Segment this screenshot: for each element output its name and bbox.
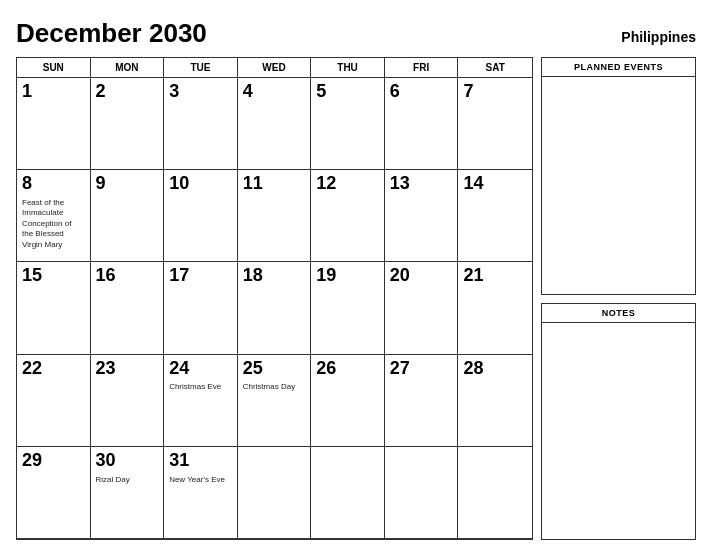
calendar: SUNMONTUEWEDTHUFRISAT 12345678Feast of t… (16, 57, 533, 540)
notes-title: NOTES (542, 304, 695, 323)
calendar-cell: 31New Year's Eve (164, 447, 238, 539)
calendar-cell: 5 (311, 78, 385, 170)
cell-number: 27 (390, 359, 410, 379)
cell-number: 20 (390, 266, 410, 286)
cell-number: 12 (316, 174, 336, 194)
calendar-cell: 1 (17, 78, 91, 170)
cell-number: 22 (22, 359, 42, 379)
calendar-cell: 22 (17, 355, 91, 447)
cell-event: Rizal Day (96, 475, 130, 485)
calendar-cell: 23 (91, 355, 165, 447)
calendar-cell: 3 (164, 78, 238, 170)
cell-number: 25 (243, 359, 263, 379)
cell-number: 1 (22, 82, 32, 102)
cell-number: 6 (390, 82, 400, 102)
day-header-mon: MON (91, 58, 165, 77)
calendar-cell: 28 (458, 355, 532, 447)
cell-number: 23 (96, 359, 116, 379)
cell-number: 13 (390, 174, 410, 194)
calendar-cell: 25Christmas Day (238, 355, 312, 447)
country-label: Philippines (621, 29, 696, 45)
calendar-cell: 27 (385, 355, 459, 447)
sidebar: PLANNED EVENTS NOTES (541, 57, 696, 540)
cell-number: 14 (463, 174, 483, 194)
notes-content (542, 323, 695, 540)
cell-number: 3 (169, 82, 179, 102)
calendar-cell: 10 (164, 170, 238, 262)
calendar-cell: 15 (17, 262, 91, 354)
calendar-cell: 29 (17, 447, 91, 539)
day-header-fri: FRI (385, 58, 459, 77)
calendar-cell: 17 (164, 262, 238, 354)
cell-number: 19 (316, 266, 336, 286)
planned-events-content (542, 77, 695, 294)
cell-number: 9 (96, 174, 106, 194)
cell-number: 8 (22, 174, 32, 194)
cell-number: 17 (169, 266, 189, 286)
cell-number: 24 (169, 359, 189, 379)
calendar-cell: 2 (91, 78, 165, 170)
cell-number: 21 (463, 266, 483, 286)
calendar-cell: 6 (385, 78, 459, 170)
cell-number: 5 (316, 82, 326, 102)
cell-number: 10 (169, 174, 189, 194)
cell-number: 29 (22, 451, 42, 471)
calendar-cell (311, 447, 385, 539)
calendar-cell: 7 (458, 78, 532, 170)
planned-events-title: PLANNED EVENTS (542, 58, 695, 77)
cell-number: 2 (96, 82, 106, 102)
calendar-cell: 12 (311, 170, 385, 262)
cell-number: 30 (96, 451, 116, 471)
day-header-thu: THU (311, 58, 385, 77)
day-headers: SUNMONTUEWEDTHUFRISAT (17, 58, 532, 78)
calendar-cell: 30Rizal Day (91, 447, 165, 539)
calendar-cell: 9 (91, 170, 165, 262)
notes-box: NOTES (541, 303, 696, 541)
calendar-cell: 26 (311, 355, 385, 447)
calendar-cell (458, 447, 532, 539)
calendar-cell (238, 447, 312, 539)
header: December 2030 Philippines (16, 18, 696, 49)
cell-event: Christmas Eve (169, 382, 221, 392)
cell-number: 11 (243, 174, 263, 194)
cell-number: 7 (463, 82, 473, 102)
day-header-tue: TUE (164, 58, 238, 77)
calendar-grid: 12345678Feast of the Immaculate Concepti… (17, 78, 532, 539)
main-content: SUNMONTUEWEDTHUFRISAT 12345678Feast of t… (16, 57, 696, 540)
calendar-cell: 19 (311, 262, 385, 354)
cell-number: 16 (96, 266, 116, 286)
calendar-cell: 13 (385, 170, 459, 262)
calendar-cell: 24Christmas Eve (164, 355, 238, 447)
cell-event: Feast of the Immaculate Conception of th… (22, 198, 85, 250)
calendar-cell (385, 447, 459, 539)
planned-events-box: PLANNED EVENTS (541, 57, 696, 295)
page: December 2030 Philippines SUNMONTUEWEDTH… (0, 0, 712, 550)
page-title: December 2030 (16, 18, 207, 49)
calendar-cell: 21 (458, 262, 532, 354)
cell-number: 15 (22, 266, 42, 286)
cell-number: 26 (316, 359, 336, 379)
calendar-cell: 14 (458, 170, 532, 262)
cell-event: Christmas Day (243, 382, 295, 392)
cell-number: 4 (243, 82, 253, 102)
cell-number: 18 (243, 266, 263, 286)
day-header-wed: WED (238, 58, 312, 77)
calendar-cell: 18 (238, 262, 312, 354)
cell-number: 28 (463, 359, 483, 379)
cell-number: 31 (169, 451, 189, 471)
day-header-sat: SAT (458, 58, 532, 77)
calendar-cell: 11 (238, 170, 312, 262)
calendar-cell: 20 (385, 262, 459, 354)
calendar-cell: 16 (91, 262, 165, 354)
cell-event: New Year's Eve (169, 475, 225, 485)
calendar-cell: 8Feast of the Immaculate Conception of t… (17, 170, 91, 262)
day-header-sun: SUN (17, 58, 91, 77)
calendar-cell: 4 (238, 78, 312, 170)
